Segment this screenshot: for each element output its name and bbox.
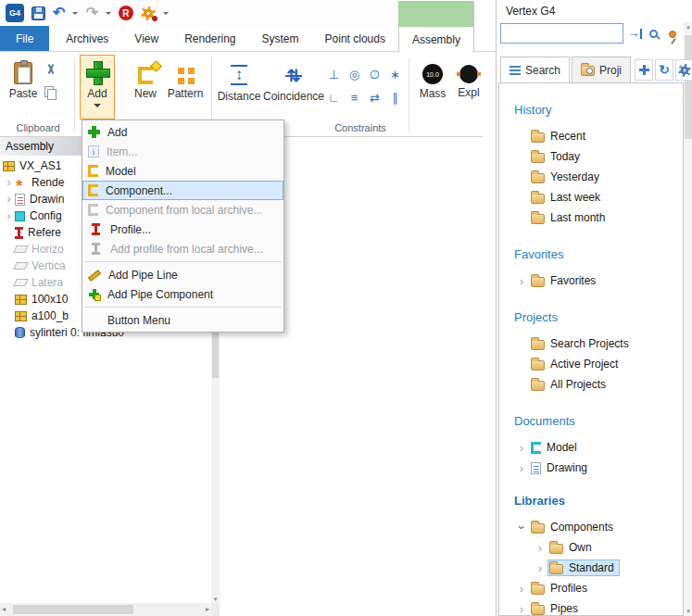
tree-item-pipes[interactable]: ›Pipes bbox=[499, 598, 683, 616]
explode-button[interactable]: Expl bbox=[453, 59, 484, 113]
add-button[interactable]: Add bbox=[80, 55, 115, 119]
tab-point-clouds[interactable]: Point clouds bbox=[312, 26, 398, 51]
section-header-projects[interactable]: Projects bbox=[499, 309, 683, 326]
section-header-favorites[interactable]: Favorites bbox=[499, 246, 683, 263]
chevron-collapsed-icon[interactable]: › bbox=[514, 274, 529, 288]
coincidence-button[interactable]: Coincidence bbox=[264, 59, 323, 113]
cut-icon[interactable] bbox=[44, 63, 57, 75]
pin-button[interactable] bbox=[663, 25, 681, 43]
constraint-button-5[interactable]: ∟ bbox=[324, 86, 344, 108]
search-go-button[interactable] bbox=[626, 25, 644, 43]
tab-search[interactable]: Search bbox=[500, 57, 570, 84]
chevron-collapsed-icon[interactable]: › bbox=[514, 441, 529, 455]
paste-icon bbox=[14, 62, 32, 84]
tree-item-profiles[interactable]: ›Profiles bbox=[499, 578, 683, 598]
settings-gears-icon[interactable] bbox=[141, 6, 156, 20]
chevron-collapsed-icon[interactable]: › bbox=[514, 461, 529, 475]
section-header-documents[interactable]: Documents bbox=[499, 413, 683, 430]
tree-item-all-projects[interactable]: All Projects bbox=[499, 374, 683, 395]
chevron-collapsed-icon[interactable]: › bbox=[533, 561, 547, 575]
menu-item-label: Item... bbox=[107, 145, 137, 158]
tree-item-drawing[interactable]: ›Drawing bbox=[499, 458, 683, 478]
add-dropdown-arrow-icon[interactable] bbox=[94, 104, 101, 111]
chevron-right-icon[interactable]: › bbox=[3, 193, 15, 206]
tree-item-label: Active Project bbox=[550, 358, 618, 371]
vertex-logo[interactable]: G4 bbox=[6, 4, 24, 22]
button-refresh-icon[interactable] bbox=[655, 59, 673, 81]
constraint-button-3[interactable]: ∅ bbox=[365, 63, 384, 85]
mass-button[interactable]: 10.0 Mass bbox=[414, 59, 451, 113]
undo-dropdown-icon[interactable] bbox=[72, 12, 78, 18]
tree-item-last-week[interactable]: Last week bbox=[499, 187, 683, 207]
menu-item-component-from-local-archive[interactable]: Component from local archive... bbox=[82, 200, 283, 220]
menu-item-model[interactable]: Model bbox=[82, 161, 283, 181]
tree-item-favorites[interactable]: ›Favorites bbox=[499, 270, 683, 291]
tree-item-standard[interactable]: ›Standard bbox=[499, 558, 683, 578]
chevron-collapsed-icon[interactable]: › bbox=[514, 582, 529, 596]
tree-item-components[interactable]: ›Components bbox=[499, 517, 683, 537]
tree-item-yesterday[interactable]: Yesterday bbox=[499, 167, 683, 187]
chevron-right-icon[interactable]: › bbox=[3, 176, 15, 189]
constraint-button-1[interactable]: ⊥ bbox=[324, 63, 344, 85]
drawing-sheet-icon bbox=[15, 194, 25, 206]
tree-item-search-projects[interactable]: Search Projects bbox=[499, 333, 683, 354]
chevron-collapsed-icon[interactable]: › bbox=[514, 602, 529, 616]
scrollbar-thumb[interactable] bbox=[685, 35, 692, 139]
constraint-button-8[interactable]: ∥ bbox=[385, 86, 405, 108]
tab-system[interactable]: System bbox=[249, 26, 312, 51]
save-icon[interactable] bbox=[31, 6, 45, 20]
tree-item-model[interactable]: ›Model bbox=[499, 437, 683, 458]
tab-rendering[interactable]: Rendering bbox=[171, 26, 248, 51]
menu-item-item[interactable]: Item... bbox=[82, 142, 283, 161]
copy-icon[interactable] bbox=[44, 86, 57, 99]
constraint-button-7[interactable]: ⇄ bbox=[365, 86, 384, 108]
new-button[interactable]: New bbox=[129, 59, 162, 113]
panel-scrollbar[interactable] bbox=[684, 22, 692, 616]
tree-item-label: Pipes bbox=[550, 602, 578, 615]
tab-file[interactable]: File bbox=[0, 26, 49, 51]
button-add-tab-icon[interactable] bbox=[635, 59, 653, 81]
menu-separator bbox=[84, 261, 282, 262]
item-content: Model bbox=[529, 439, 583, 456]
tree-item-label: 100x10 bbox=[31, 293, 68, 306]
tree-item-label: Yesterday bbox=[550, 170, 599, 183]
tab-view[interactable]: View bbox=[121, 26, 171, 51]
chevron-right-icon[interactable]: › bbox=[3, 209, 15, 222]
scrollbar-thumb[interactable] bbox=[13, 605, 133, 614]
constraint-button-6[interactable]: ≡ bbox=[345, 86, 364, 108]
tab-proji[interactable]: Proji bbox=[572, 57, 631, 83]
constraint-button-2[interactable]: ◎ bbox=[345, 63, 364, 85]
search-magnifier-button[interactable] bbox=[645, 25, 662, 43]
menu-item-add[interactable]: Add bbox=[82, 122, 283, 142]
menu-item-button-menu[interactable]: Button Menu bbox=[82, 310, 283, 330]
paste-button[interactable]: Paste bbox=[6, 57, 41, 119]
tab-assembly[interactable]: Assembly bbox=[398, 26, 474, 52]
section-header-history[interactable]: History bbox=[499, 102, 683, 119]
tree-item-last-month[interactable]: Last month bbox=[499, 207, 683, 228]
menu-item-add-pipe-component[interactable]: Add Pipe Component bbox=[82, 284, 283, 304]
button-gear-icon[interactable] bbox=[675, 59, 692, 81]
section-header-libraries[interactable]: Libraries bbox=[499, 493, 683, 509]
assembly-tree-hscrollbar[interactable] bbox=[0, 603, 211, 616]
tree-item-recent[interactable]: Recent bbox=[499, 126, 683, 146]
chevron-expanded-icon[interactable]: › bbox=[515, 520, 529, 534]
record-icon[interactable]: R bbox=[119, 6, 133, 20]
search-input[interactable] bbox=[500, 23, 623, 44]
distance-button[interactable]: Distance bbox=[216, 59, 262, 113]
redo-icon[interactable] bbox=[85, 6, 97, 20]
redo-dropdown-icon[interactable] bbox=[106, 12, 111, 18]
menu-item-profile[interactable]: Profile... bbox=[82, 220, 283, 239]
tab-archives[interactable]: Archives bbox=[53, 26, 121, 51]
menu-item-add-profile-from-local-archive[interactable]: Add profile from local archive... bbox=[82, 239, 283, 258]
menu-item-label: Model bbox=[106, 165, 136, 178]
undo-icon[interactable] bbox=[53, 6, 65, 20]
tree-item-active-project[interactable]: Active Project bbox=[499, 354, 683, 374]
menu-item-add-pipe-line[interactable]: Add Pipe Line bbox=[82, 265, 283, 284]
pattern-button[interactable]: Pattern bbox=[164, 59, 207, 113]
toolbar-options-icon[interactable] bbox=[163, 12, 169, 18]
tree-item-own[interactable]: ›Own bbox=[499, 537, 683, 558]
constraint-button-4[interactable]: ∗ bbox=[385, 63, 405, 85]
chevron-collapsed-icon[interactable]: › bbox=[533, 541, 547, 555]
tree-item-today[interactable]: Today bbox=[499, 146, 683, 167]
menu-item-component[interactable]: Component... bbox=[82, 181, 283, 200]
